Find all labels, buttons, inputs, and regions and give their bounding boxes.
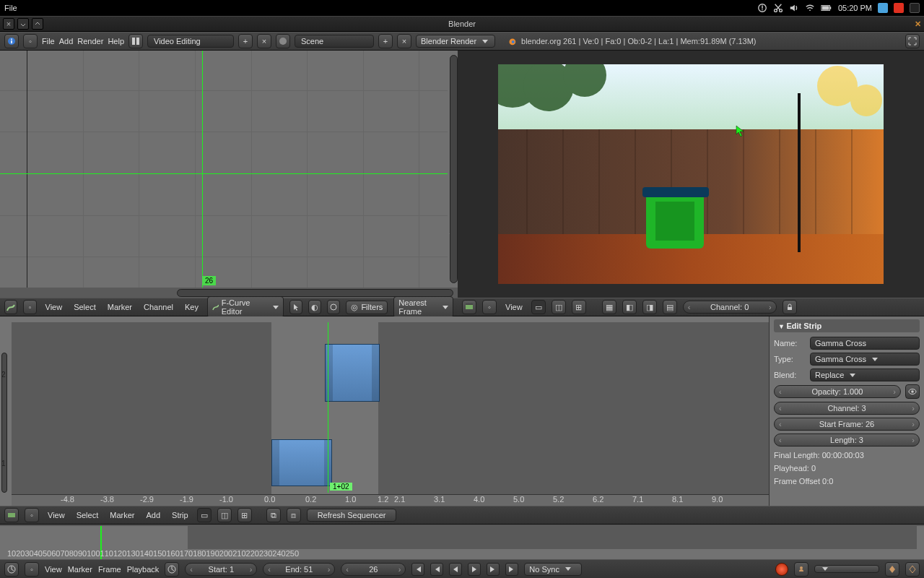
strip-type-dropdown[interactable]: Gamma Cross <box>810 353 920 366</box>
seq-strip-menu[interactable]: Strip <box>169 509 191 521</box>
scene-add-button[interactable]: + <box>378 34 393 48</box>
window-x-icon[interactable]: ✕ <box>915 20 921 29</box>
screen-layout-dropdown[interactable]: Video Editing <box>147 35 234 48</box>
seq-marker-menu[interactable]: Marker <box>107 509 137 521</box>
snap-dropdown[interactable]: Nearest Frame <box>393 296 453 318</box>
seqprev-view-menu[interactable]: View <box>502 301 526 313</box>
add-menu[interactable]: Add <box>59 37 74 46</box>
scene-name-field[interactable]: Scene <box>295 35 374 48</box>
screen-browse-icon[interactable] <box>128 34 143 48</box>
display-chroma-icon[interactable]: ◨ <box>642 300 657 314</box>
strip-name-field[interactable]: Gamma Cross <box>810 337 920 350</box>
graph-select-menu[interactable]: Select <box>71 301 99 313</box>
edit-strip-panel-header[interactable]: Edit Strip <box>774 319 920 332</box>
opacity-eye-icon[interactable] <box>905 384 920 399</box>
screen-delete-button[interactable]: × <box>257 34 271 48</box>
refresh-sequencer-button[interactable]: Refresh Sequencer <box>307 509 397 522</box>
timeline-ruler[interactable]: 1020304050607080901001101201301401501601… <box>7 549 917 559</box>
seq-add-menu[interactable]: Add <box>143 509 163 521</box>
keying-set-icon[interactable] <box>794 562 808 577</box>
screen-add-button[interactable]: + <box>238 34 253 48</box>
ghost-curves-icon[interactable] <box>327 300 340 314</box>
use-preview-range-icon[interactable] <box>165 562 179 577</box>
fullscreen-toggle-icon[interactable] <box>905 34 920 48</box>
collapse-seqprev-menus-icon[interactable]: ◦ <box>482 300 497 314</box>
graph-marker-menu[interactable]: Marker <box>105 301 135 313</box>
render-engine-dropdown[interactable]: Blender Render <box>416 35 495 48</box>
autokey-record-icon[interactable] <box>775 563 788 576</box>
seq-playhead[interactable] <box>328 322 328 493</box>
notifications-icon[interactable] <box>757 3 767 13</box>
seq-snap-icon[interactable]: ⧉ <box>266 508 281 522</box>
sync-mode-dropdown[interactable]: No Sync <box>524 563 582 576</box>
volume-icon[interactable] <box>789 3 799 13</box>
seq-select-menu[interactable]: Select <box>74 509 102 521</box>
tray-app-2-icon[interactable] <box>910 3 920 13</box>
graph-view-menu[interactable]: View <box>43 301 66 313</box>
seq-mode-sequencer-icon[interactable]: ▭ <box>531 300 546 314</box>
filters-toggle[interactable]: ◎ Filters <box>346 301 388 314</box>
jump-prev-key-icon[interactable] <box>430 563 443 576</box>
seq-display-both-icon[interactable]: ⊞ <box>237 508 252 522</box>
opacity-field[interactable]: Opacity: 1.000 <box>774 385 901 398</box>
graph-key-menu[interactable]: Key <box>182 301 201 313</box>
scene-browse-icon[interactable] <box>276 34 290 48</box>
keying-set-dropdown[interactable] <box>814 565 879 573</box>
preview-panel[interactable] <box>458 51 924 298</box>
tl-playback-menu[interactable]: Playback <box>127 565 160 574</box>
start-frame-field[interactable]: Start Frame: 26 <box>774 418 920 431</box>
window-min-button[interactable] <box>17 18 29 30</box>
tray-power-icon[interactable] <box>894 3 904 13</box>
play-icon[interactable] <box>468 563 481 576</box>
jump-start-icon[interactable] <box>411 563 424 576</box>
normalize-toggle-icon[interactable]: ◐ <box>308 300 321 314</box>
play-reverse-icon[interactable] <box>449 563 462 576</box>
strip-blend-dropdown[interactable]: Replace <box>810 368 920 381</box>
strip-gamma-cross[interactable] <box>325 344 380 402</box>
editor-type-graph-icon[interactable] <box>4 300 17 314</box>
insert-keyframe-icon[interactable] <box>885 562 899 577</box>
editor-type-seq2-icon[interactable] <box>4 508 19 522</box>
seq-view-menu[interactable]: View <box>45 509 68 521</box>
graph-mode-dropdown[interactable]: F-Curve Editor <box>207 296 284 318</box>
render-menu[interactable]: Render <box>77 37 103 46</box>
seq-frame-lock-icon[interactable]: ⧈ <box>287 508 301 522</box>
seq-mode-both-icon[interactable]: ⊞ <box>572 300 586 314</box>
current-frame-field[interactable]: 26 <box>341 563 406 576</box>
graph-playhead[interactable] <box>202 51 203 298</box>
wifi-icon[interactable] <box>805 3 815 13</box>
channel-field[interactable]: Channel: 3 <box>774 402 920 415</box>
graph-editor[interactable]: 26 5 0 -5 50 100 150 200 <box>0 51 458 298</box>
battery-icon[interactable] <box>821 4 832 12</box>
scene-delete-button[interactable]: × <box>397 34 411 48</box>
tl-frame-menu[interactable]: Frame <box>98 565 121 574</box>
collapse-menus-icon[interactable]: ◦ <box>23 34 38 48</box>
display-histogram-icon[interactable]: ▤ <box>663 300 677 314</box>
strip-lower[interactable] <box>271 439 332 486</box>
tray-app-1-icon[interactable] <box>878 3 888 13</box>
jump-end-icon[interactable] <box>505 563 518 576</box>
timeline-editor[interactable]: 1020304050607080901001101201301401501601… <box>0 526 924 559</box>
seq-display-img-icon[interactable]: ◫ <box>217 508 232 522</box>
graph-scrollbar-v[interactable] <box>450 55 458 283</box>
display-image-icon[interactable]: ▦ <box>602 300 616 314</box>
tl-view-menu[interactable]: View <box>45 565 62 574</box>
collapse-tl-menus-icon[interactable]: ◦ <box>25 562 39 577</box>
collapse-graph-menus-icon[interactable]: ◦ <box>23 300 36 314</box>
cursor-tool-icon[interactable] <box>289 300 302 314</box>
lock-preview-icon[interactable] <box>783 300 797 314</box>
help-menu[interactable]: Help <box>108 37 124 46</box>
window-max-button[interactable] <box>32 18 43 30</box>
end-frame-field[interactable]: End: 51 <box>263 563 335 576</box>
seq-display-seq-icon[interactable]: ▭ <box>197 508 212 522</box>
delete-keyframe-icon[interactable] <box>905 562 920 577</box>
start-frame-field[interactable]: Start: 1 <box>185 563 257 576</box>
preview-channel-field[interactable]: Channel: 0 <box>683 301 777 314</box>
jump-next-key-icon[interactable] <box>487 563 500 576</box>
collapse-seq-menus-icon[interactable]: ◦ <box>25 508 39 522</box>
editor-type-seq-icon[interactable] <box>462 300 476 314</box>
display-luma-icon[interactable]: ◧ <box>622 300 637 314</box>
length-field[interactable]: Length: 3 <box>774 434 920 447</box>
graph-channel-menu[interactable]: Channel <box>141 301 176 313</box>
window-close-button[interactable]: × <box>3 18 14 30</box>
